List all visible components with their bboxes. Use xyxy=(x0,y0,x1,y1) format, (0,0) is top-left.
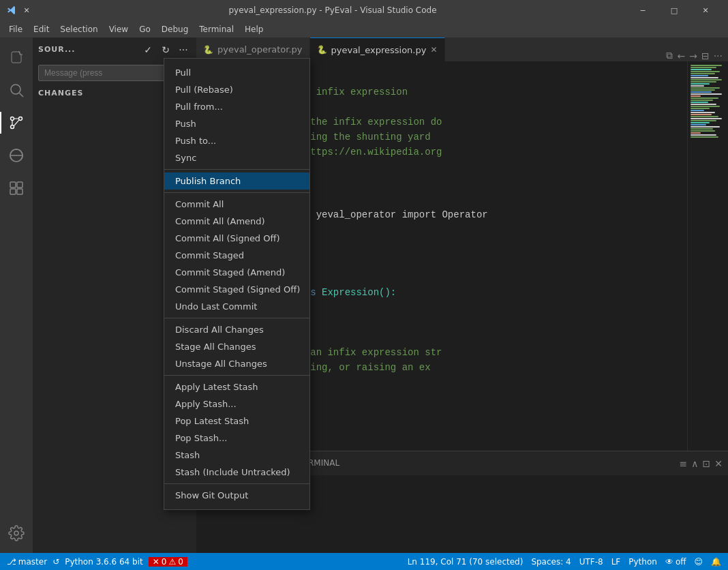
error-icon: ✕ xyxy=(153,557,160,567)
status-spaces[interactable]: Spaces: 4 xyxy=(531,557,571,567)
menu-help[interactable]: Help xyxy=(239,23,269,35)
files-activity-icon[interactable] xyxy=(0,41,33,74)
window-title: pyeval_expression.py - PyEval - Visual S… xyxy=(38,5,627,15)
menu-group-output: Show Git Output xyxy=(164,484,309,507)
status-encoding[interactable]: UTF-8 xyxy=(579,557,603,567)
svg-rect-9 xyxy=(10,189,16,194)
position-label: Ln 119, Col 71 (70 selected) xyxy=(408,557,524,567)
menu-terminal[interactable]: Terminal xyxy=(194,23,239,35)
menu-selection[interactable]: Selection xyxy=(55,23,103,35)
menu-item-apply-stash[interactable]: Apply Stash... xyxy=(164,395,309,412)
svg-point-3 xyxy=(19,117,22,121)
panel-actions: ≡ ∧ ⊡ ✕ xyxy=(680,458,723,469)
minimap xyxy=(687,61,728,451)
status-errors[interactable]: ✕ 0 ⚠ 0 xyxy=(149,557,187,567)
statusbar: ⎇ master ↺ Python 3.6.6 64 bit ✕ 0 ⚠ 0 L… xyxy=(0,553,728,570)
panel-layout-icon[interactable]: ⊡ xyxy=(703,458,711,469)
close-button[interactable]: ✕ xyxy=(690,0,721,20)
minimize-button[interactable]: ─ xyxy=(627,0,658,20)
warning-icon: ⚠ xyxy=(168,557,176,567)
search-activity-icon[interactable] xyxy=(0,74,33,106)
tab-pyeval-expression[interactable]: 🐍 pyeval_expression.py ✕ xyxy=(310,38,445,61)
titlebar-app-icons: ✕ xyxy=(7,5,31,15)
menu-item-pull-rebase[interactable]: Pull (Rebase) xyxy=(164,81,309,98)
go-forward-icon[interactable]: → xyxy=(689,50,697,61)
menu-group-pull-push: Pull Pull (Rebase) Pull from... Push Pus… xyxy=(164,61,309,170)
window-controls[interactable]: ─ □ ✕ xyxy=(627,0,721,20)
svg-line-1 xyxy=(20,93,24,97)
svg-point-4 xyxy=(11,125,14,129)
svg-rect-10 xyxy=(17,189,22,194)
menu-group-changes: Discard All Changes Stage All Changes Un… xyxy=(164,318,309,376)
menu-item-pop-latest-stash[interactable]: Pop Latest Stash xyxy=(164,412,309,430)
tab-close-button[interactable]: ✕ xyxy=(430,45,437,55)
status-notifications[interactable]: 🔔 xyxy=(711,557,721,567)
menu-edit[interactable]: Edit xyxy=(28,23,55,35)
line-ending-label: LF xyxy=(611,557,621,567)
menu-item-discard-all[interactable]: Discard All Changes xyxy=(164,321,309,338)
status-language[interactable]: Python xyxy=(628,557,657,567)
tab-actions: ⧉ ← → ⊟ ··· xyxy=(661,50,728,61)
menu-item-commit-all[interactable]: Commit All xyxy=(164,196,309,213)
menu-item-commit-all-signed[interactable]: Commit All (Signed Off) xyxy=(164,230,309,247)
status-sync[interactable]: ↺ xyxy=(52,557,59,567)
menu-item-unstage-all[interactable]: Unstage All Changes xyxy=(164,355,309,372)
error-count: 0 xyxy=(162,557,167,567)
menu-item-apply-latest-stash[interactable]: Apply Latest Stash xyxy=(164,378,309,395)
status-right: Ln 119, Col 71 (70 selected) Spaces: 4 U… xyxy=(408,557,721,567)
activity-bar xyxy=(0,38,33,553)
sidebar-checkmark-button[interactable]: ✓ xyxy=(140,42,155,57)
status-python[interactable]: Python 3.6.6 64 bit xyxy=(65,557,143,567)
go-back-icon[interactable]: ← xyxy=(677,50,685,61)
status-left: ⎇ master ↺ Python 3.6.6 64 bit ✕ 0 ⚠ 0 xyxy=(7,557,187,567)
menubar: File Edit Selection View Go Debug Termin… xyxy=(0,20,728,38)
feedback-icon: 😊 xyxy=(694,557,703,567)
menu-item-commit-staged[interactable]: Commit Staged xyxy=(164,247,309,264)
menu-item-show-git-output[interactable]: Show Git Output xyxy=(164,487,309,504)
menu-item-sync[interactable]: Sync xyxy=(164,149,309,166)
menu-group-commit: Commit All Commit All (Amend) Commit All… xyxy=(164,193,309,318)
panel-close-icon[interactable]: ✕ xyxy=(714,458,723,469)
panel-expand-icon[interactable]: ∧ xyxy=(691,458,698,469)
python-label: Python 3.6.6 64 bit xyxy=(65,557,143,567)
pin-icon: ✕ xyxy=(22,5,31,15)
menu-item-stash[interactable]: Stash xyxy=(164,447,309,464)
sidebar-refresh-button[interactable]: ↻ xyxy=(158,42,173,57)
menu-item-commit-all-amend[interactable]: Commit All (Amend) xyxy=(164,213,309,230)
menu-item-push-to[interactable]: Push to... xyxy=(164,132,309,149)
menu-item-commit-staged-amend[interactable]: Commit Staged (Amend) xyxy=(164,264,309,281)
menu-item-stage-all[interactable]: Stage All Changes xyxy=(164,338,309,355)
python-file-icon-2: 🐍 xyxy=(317,45,327,55)
menu-item-push[interactable]: Push xyxy=(164,115,309,132)
panel-filter-icon[interactable]: ≡ xyxy=(680,458,688,469)
toggle-panel-icon[interactable]: ⊟ xyxy=(701,50,710,61)
sidebar-more-button[interactable]: ··· xyxy=(176,42,191,57)
menu-item-undo-last-commit[interactable]: Undo Last Commit xyxy=(164,298,309,315)
menu-item-pop-stash[interactable]: Pop Stash... xyxy=(164,430,309,447)
menu-item-publish-branch[interactable]: Publish Branch xyxy=(164,172,309,190)
status-feedback[interactable]: 😊 xyxy=(694,557,703,567)
menu-file[interactable]: File xyxy=(3,23,28,35)
status-eye[interactable]: 👁 off xyxy=(665,557,686,567)
menu-debug[interactable]: Debug xyxy=(156,23,194,35)
encoding-label: UTF-8 xyxy=(579,557,603,567)
extensions-activity-icon[interactable] xyxy=(0,172,33,205)
split-editor-icon[interactable]: ⧉ xyxy=(666,50,673,61)
more-actions-icon[interactable]: ··· xyxy=(714,50,723,61)
menu-item-pull-from[interactable]: Pull from... xyxy=(164,98,309,115)
settings-activity-icon[interactable] xyxy=(0,517,33,550)
status-position[interactable]: Ln 119, Col 71 (70 selected) xyxy=(408,557,524,567)
maximize-button[interactable]: □ xyxy=(658,0,690,20)
menu-item-pull[interactable]: Pull xyxy=(164,64,309,81)
menu-group-publish: Publish Branch xyxy=(164,170,309,193)
status-branch[interactable]: ⎇ master xyxy=(7,557,47,567)
debug-activity-icon[interactable] xyxy=(0,139,33,172)
menu-item-stash-include-untracked[interactable]: Stash (Include Untracked) xyxy=(164,464,309,481)
source-control-activity-icon[interactable] xyxy=(0,106,33,139)
menu-item-commit-staged-signed[interactable]: Commit Staged (Signed Off) xyxy=(164,281,309,298)
menu-view[interactable]: View xyxy=(104,23,134,35)
menu-group-stash: Apply Latest Stash Apply Stash... Pop La… xyxy=(164,376,309,484)
status-line-ending[interactable]: LF xyxy=(611,557,621,567)
menu-go[interactable]: Go xyxy=(134,23,156,35)
spaces-label: Spaces: 4 xyxy=(531,557,571,567)
